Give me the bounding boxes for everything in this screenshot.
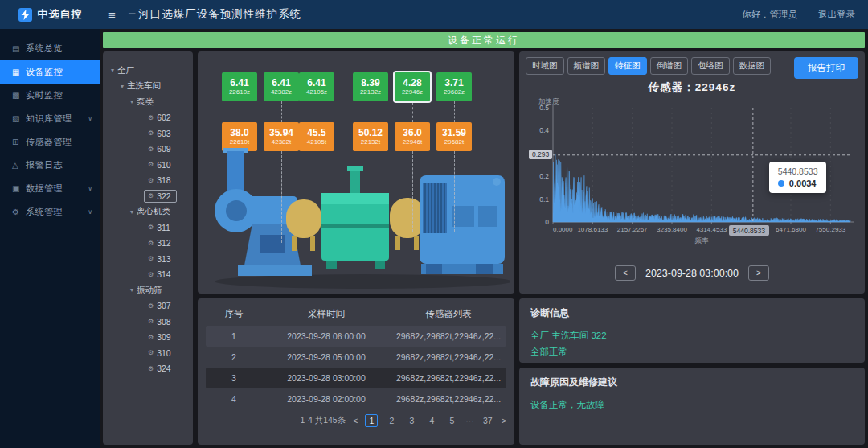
tree-node-vibrating-screens[interactable]: ▾振动筛 [103, 282, 193, 298]
caret-down-icon: ▾ [130, 208, 133, 216]
tree-node-311[interactable]: ⚙311 [103, 220, 193, 236]
table-row[interactable]: 1 2023-09-28 06:00:00 29682z,29682t,2294… [206, 326, 506, 347]
sensor-value-box-42382z[interactable]: 6.4142382z [264, 72, 299, 101]
gear-icon: ⚙ [148, 192, 154, 199]
diagnosis-location-link[interactable]: 全厂 主洗车间 322 [530, 327, 854, 343]
page-button-2[interactable]: 2 [385, 414, 398, 427]
gear-icon: ⚙ [148, 129, 154, 137]
tab-feature[interactable]: 特征图 [608, 57, 647, 75]
sidebar-nav: ▤ 系统总览 ▦ 设备监控 ▩ 实时监控 ▧ 知识库管理 ∨ ⊞ 传感器管理 △… [0, 29, 100, 448]
motor-graphic [420, 175, 505, 274]
tree-node-609[interactable]: ⚙609 [103, 142, 193, 158]
tab-frequency-spectrum[interactable]: 频谱图 [567, 57, 606, 75]
gear-icon: ⚙ [148, 318, 154, 325]
diagnosis-status: 全部正常 [530, 343, 854, 360]
sidebar-item-realtime-monitor[interactable]: ▩ 实时监控 [0, 84, 100, 107]
print-report-button[interactable]: 报告打印 [794, 57, 858, 79]
svg-text:0.1: 0.1 [539, 195, 549, 203]
tree-node-602[interactable]: ⚙602 [103, 110, 193, 126]
sensor-value-box-42105z[interactable]: 6.4142105z [299, 72, 334, 101]
sidebar-item-sensor-management[interactable]: ⊞ 传感器管理 [0, 130, 100, 154]
tree-node-610[interactable]: ⚙610 [103, 157, 193, 173]
tree-node-310[interactable]: ⚙310 [103, 345, 193, 361]
next-page-icon[interactable]: > [502, 416, 506, 425]
svg-text:2157.2267: 2157.2267 [617, 226, 648, 233]
crosshair-x-label: 5440.8533 [729, 225, 769, 236]
sidebar-item-system-overview[interactable]: ▤ 系统总览 [0, 37, 100, 60]
svg-text:0: 0 [545, 218, 549, 226]
tree-node-324[interactable]: ⚙324 [103, 361, 193, 377]
tree-node-312[interactable]: ⚙312 [103, 236, 193, 252]
tree-node-main-wash-shop[interactable]: ▾主洗车间 [103, 79, 193, 95]
page-button-5[interactable]: 5 [445, 414, 458, 427]
fault-advice-panel: 故障原因及维修建议 设备正常，无故障 [519, 368, 865, 445]
svg-text:3235.8400: 3235.8400 [657, 226, 687, 233]
table-row[interactable]: 2 2023-09-28 05:00:00 29682z,29682t,2294… [206, 347, 506, 368]
svg-text:7550.2933: 7550.2933 [815, 226, 845, 233]
logout-link[interactable]: 退出登录 [818, 9, 855, 21]
tree-node-322-selected[interactable]: ⚙322 [103, 188, 193, 204]
sensor-value-box-22610z[interactable]: 6.4122610z [222, 72, 257, 101]
sidebar-item-device-monitor[interactable]: ▦ 设备监控 [0, 60, 100, 84]
page-button-1[interactable]: 1 [365, 414, 378, 427]
next-date-button[interactable]: > [748, 265, 769, 281]
chart-tooltip: 5440.8533 0.0034 [769, 162, 827, 193]
sidebar-item-system-management[interactable]: ⚙ 系统管理 ∨ [0, 200, 100, 224]
knowledge-icon: ▧ [12, 114, 26, 123]
tree-node-pumps[interactable]: ▾泵类 [103, 94, 193, 110]
sidebar-collapse-icon[interactable]: ≡ [108, 8, 116, 22]
tab-cepstrum[interactable]: 倒谱图 [650, 57, 689, 75]
spectrum-chart[interactable]: 加速度00.10.20.30.40.50.00001078.61332157.2… [526, 97, 858, 262]
table-row-selected[interactable]: 3 2023-09-28 03:00:00 29682z,29682t,2294… [206, 368, 506, 388]
tab-envelope[interactable]: 包络图 [691, 57, 730, 75]
tree-node-313[interactable]: ⚙313 [103, 251, 193, 267]
sidebar-item-data-management[interactable]: ▣ 数据管理 ∨ [0, 177, 100, 200]
gear-icon: ⚙ [148, 240, 154, 247]
database-icon: ▣ [12, 184, 26, 193]
table-row[interactable]: 4 2023-09-28 02:00:00 29682z,29682t,2294… [206, 388, 506, 409]
tree-node-309[interactable]: ⚙309 [103, 330, 193, 346]
sensor-value-box-22946z-selected[interactable]: 4.2822946z [395, 72, 430, 101]
prev-page-icon[interactable]: < [353, 416, 358, 425]
fault-advice-text: 设备正常，无故障 [530, 397, 854, 413]
svg-text:4314.4533: 4314.4533 [696, 226, 727, 233]
pagination-ellipsis: ··· [465, 416, 474, 425]
lightning-icon [18, 8, 32, 22]
gear-icon: ⚙ [148, 224, 154, 231]
tab-time-domain[interactable]: 时域图 [526, 57, 564, 75]
app-logo: 中选自控 [0, 0, 100, 29]
tree-node-plant[interactable]: ▾全厂 [103, 63, 193, 79]
page-button-4[interactable]: 4 [425, 414, 438, 427]
tree-node-318[interactable]: ⚙318 [103, 173, 193, 189]
tree-node-307[interactable]: ⚙307 [103, 298, 193, 314]
svg-text:6471.6800: 6471.6800 [776, 226, 806, 233]
overview-icon: ▤ [12, 44, 26, 53]
col-header-index: 序号 [206, 308, 262, 320]
sidebar-item-knowledge-base[interactable]: ▧ 知识库管理 ∨ [0, 107, 100, 130]
prev-date-button[interactable]: < [615, 265, 636, 281]
current-date: 2023-09-28 03:00:00 [645, 268, 739, 279]
sidebar-item-alarm-log[interactable]: △ 报警日志 [0, 154, 100, 177]
table-header-row: 序号 采样时间 传感器列表 [206, 302, 506, 326]
gear-icon: ⚙ [148, 255, 154, 262]
caret-down-icon: ▾ [130, 98, 133, 105]
tooltip-x-value: 5440.8533 [778, 166, 818, 176]
tree-node-603[interactable]: ⚙603 [103, 125, 193, 142]
top-header: 中选自控 ≡ 三河口选煤厂设备预测性维护系统 你好，管理员 退出登录 [0, 0, 868, 29]
tree-node-308[interactable]: ⚙308 [103, 314, 193, 330]
svg-text:频率: 频率 [695, 236, 710, 245]
tab-data[interactable]: 数据图 [733, 57, 772, 75]
status-banner: 设备正常运行 [103, 32, 865, 48]
diagnosis-title: 诊断信息 [530, 306, 854, 320]
page-button-37[interactable]: 37 [481, 414, 494, 427]
page-button-3[interactable]: 3 [405, 414, 418, 427]
sensor-value-box-29682z[interactable]: 3.7129682z [436, 72, 472, 101]
col-header-sensor-list: 传感器列表 [391, 308, 506, 320]
sensor-value-box-22132z[interactable]: 8.3922132z [353, 72, 388, 101]
pagination: 1-4 共145条 < 1 2 3 4 5 ··· 37 > [206, 414, 506, 427]
tree-node-314[interactable]: ⚙314 [103, 267, 193, 283]
caret-down-icon: ▾ [130, 286, 133, 294]
chevron-down-icon: ∨ [88, 208, 92, 216]
tree-node-centrifuges[interactable]: ▾离心机类 [103, 204, 193, 220]
spectrum-chart-panel: 时域图 频谱图 特征图 倒谱图 包络图 数据图 报告打印 传感器：22946z … [519, 51, 865, 294]
